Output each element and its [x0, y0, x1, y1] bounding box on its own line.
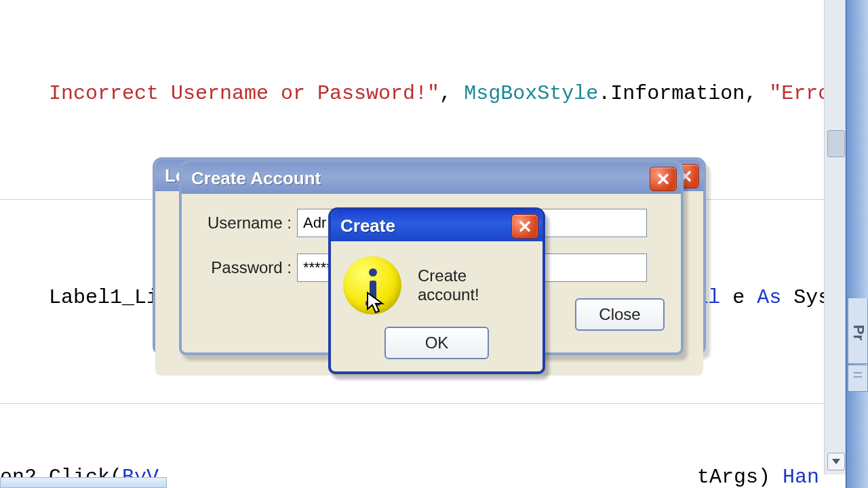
window-title: Create [340, 216, 395, 237]
code-type: MsgBoxStyle [464, 82, 598, 105]
messagebox-body: Create account! [331, 241, 542, 320]
close-form-button[interactable]: Close [575, 298, 665, 331]
code-string: "Error" [769, 82, 824, 105]
bottom-tab[interactable] [0, 477, 167, 488]
dock-panel: Pr [846, 0, 868, 488]
close-icon [656, 172, 670, 186]
scroll-down-button[interactable] [827, 453, 845, 470]
code-line: Incorrect Username or Password!", MsgBox… [0, 57, 824, 130]
messagebox-button-row: OK [331, 320, 542, 371]
code-keyword: As [757, 286, 781, 309]
code-text: tArgs) Han [697, 465, 819, 488]
ok-button[interactable]: OK [384, 327, 489, 359]
code-text: System.Windo [781, 286, 824, 309]
scrollbar-thumb[interactable] [827, 130, 845, 157]
close-icon [518, 220, 532, 233]
password-label: Password : [198, 258, 292, 277]
close-button[interactable] [650, 167, 677, 191]
docked-tab[interactable]: Pr [848, 298, 868, 364]
messagebox-window: Create Create account! OK [328, 207, 545, 374]
code-text: e [720, 286, 757, 309]
window-title: Create Account [191, 168, 321, 189]
titlebar[interactable]: Create Account [182, 163, 681, 194]
code-text: .Information, [598, 82, 769, 105]
code-text: , [439, 82, 464, 105]
code-divider [0, 403, 824, 404]
vertical-scrollbar[interactable] [824, 0, 846, 474]
information-icon [343, 256, 401, 314]
close-button[interactable] [511, 214, 538, 239]
dock-gripper[interactable] [848, 365, 868, 392]
username-label: Username : [198, 214, 292, 232]
messagebox-text: Create account! [418, 266, 525, 304]
code-string: Incorrect Username or Password!" [49, 82, 439, 105]
titlebar[interactable]: Create [331, 210, 542, 241]
code-keyword: Han [783, 466, 819, 488]
